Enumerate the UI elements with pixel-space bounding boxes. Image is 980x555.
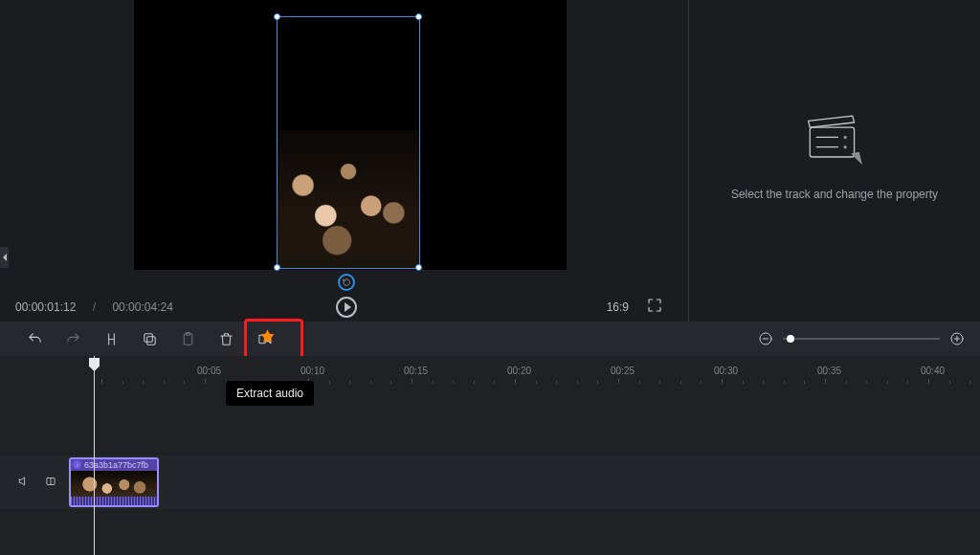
ruler-tick: 00:35 xyxy=(817,366,841,376)
resize-handle-br[interactable] xyxy=(415,264,422,271)
resize-handle-bl[interactable] xyxy=(274,264,280,271)
resize-handle-tl[interactable] xyxy=(274,13,280,20)
undo-button[interactable] xyxy=(17,324,52,353)
playhead[interactable] xyxy=(94,356,95,555)
zoom-slider-thumb[interactable] xyxy=(787,335,794,343)
clip-title-label: 63a3b1a77bc7fb xyxy=(71,459,157,471)
clip-thumbnail xyxy=(71,471,157,498)
timeline-clip[interactable]: 63a3b1a77bc7fb xyxy=(69,457,159,507)
track-mute-icon[interactable] xyxy=(17,475,31,488)
split-button[interactable] xyxy=(94,324,128,353)
copy-button[interactable] xyxy=(132,324,167,353)
timeline-toolbar xyxy=(0,322,980,356)
timeline-area[interactable]: 00:05 00:10 00:15 00:20 00:25 00:30 00:3… xyxy=(0,356,980,555)
timeline-ruler[interactable]: 00:05 00:10 00:15 00:20 00:25 00:30 00:3… xyxy=(75,356,980,383)
timecode-separator: / xyxy=(93,300,96,314)
track-visibility-icon[interactable] xyxy=(44,475,57,488)
panel-expand-tab[interactable] xyxy=(0,247,9,268)
tooltip-extract-audio: Extract audio xyxy=(226,381,314,406)
svg-rect-6 xyxy=(144,333,152,342)
fullscreen-button[interactable] xyxy=(646,297,665,316)
timecode-display: 00:00:01:12 / 00:00:04:24 xyxy=(15,300,173,314)
svg-point-4 xyxy=(843,145,846,148)
zoom-slider-track[interactable] xyxy=(783,338,940,340)
zoom-out-button[interactable] xyxy=(758,331,773,346)
properties-placeholder-icon xyxy=(801,111,868,168)
timecode-current: 00:00:01:12 xyxy=(15,300,76,314)
timeline-zoom-control xyxy=(758,331,965,346)
video-frame-image xyxy=(278,130,419,268)
resize-handle-tr[interactable] xyxy=(415,13,422,20)
preview-area: 00:00:01:12 / 00:00:04:24 16:9 xyxy=(0,0,688,322)
timeline-tracks: 63a3b1a77bc7fb xyxy=(0,383,980,545)
rotate-handle[interactable] xyxy=(338,274,355,291)
svg-point-3 xyxy=(843,136,846,139)
ruler-tick: 00:40 xyxy=(921,366,945,376)
ruler-tick: 00:15 xyxy=(404,366,428,376)
premium-badge-icon xyxy=(259,328,276,344)
timecode-duration: 00:00:04:24 xyxy=(112,300,172,314)
ruler-tick: 00:30 xyxy=(714,366,738,376)
delete-button[interactable] xyxy=(209,324,243,353)
properties-hint-text: Select the track and change the property xyxy=(731,188,938,201)
play-button[interactable] xyxy=(336,297,357,318)
clip-audio-waveform xyxy=(71,497,157,505)
extract-audio-button[interactable] xyxy=(247,324,281,353)
ruler-tick: 00:10 xyxy=(301,366,324,376)
svg-rect-0 xyxy=(810,127,854,157)
ruler-tick: 00:25 xyxy=(611,366,635,376)
svg-rect-5 xyxy=(146,336,155,344)
zoom-in-button[interactable] xyxy=(949,331,965,346)
aspect-ratio-selector[interactable]: 16:9 xyxy=(607,300,629,314)
properties-panel: Select the track and change the property xyxy=(688,0,980,322)
ruler-tick: 00:05 xyxy=(197,366,221,376)
redo-button[interactable] xyxy=(56,324,90,353)
paste-button[interactable] xyxy=(170,324,205,353)
ruler-tick: 00:20 xyxy=(507,366,531,376)
selected-clip-frame[interactable] xyxy=(278,17,419,268)
